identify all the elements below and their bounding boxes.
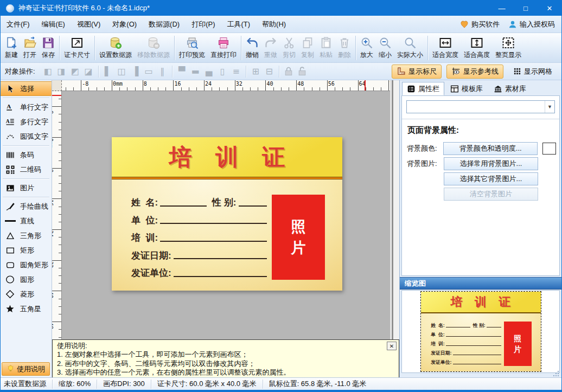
card-photo-label: 照 [291, 220, 306, 234]
other-bg-image-button[interactable]: 选择其它背景图片... [444, 172, 538, 185]
maximize-button[interactable]: □ [514, 1, 538, 16]
show-grid-toggle[interactable]: 显示网格 [508, 65, 557, 79]
tool-panel: 选择A单行文字A多行文字圆弧文字条码二维码图片手绘曲线直线三角形矩形圆角矩形圆形… [1, 80, 52, 378]
help-button[interactable]: 使用说明 [2, 362, 50, 376]
design-canvas[interactable]: 培 训 证姓 名:性 别:单 位:培 训:发证日期:发证单位:照片 [62, 91, 390, 339]
ruler-label: 16 [174, 81, 181, 87]
direct-print-button[interactable]: 直接打印 [208, 34, 239, 62]
redo-icon [264, 35, 277, 50]
tool-single-line-text[interactable]: A单行文字 [1, 100, 52, 114]
ruler-tick [181, 87, 182, 91]
close-button[interactable]: ✕ [538, 1, 561, 16]
ruler-tick [196, 87, 197, 91]
ruler-label: -8 [82, 81, 88, 87]
align-right-icon: ▐ [129, 65, 142, 78]
card-field-label: 发证单位: [431, 359, 451, 365]
menu-item-6[interactable]: 工具(T) [221, 16, 256, 33]
menu-item-7[interactable]: 帮助(H) [256, 16, 292, 33]
menu-item-2[interactable]: 视图(V) [71, 16, 106, 33]
tool-qrcode[interactable]: 二维码 [1, 162, 52, 177]
print-preview-button[interactable]: 打印预览 [176, 34, 208, 62]
certificate-card[interactable]: 培 训 证姓 名:性 别:单 位:培 训:发证日期:发证单位:照片 [112, 137, 342, 291]
space-vertical-icon: ≡ [229, 65, 243, 78]
tool-rectangle[interactable]: 矩形 [1, 243, 52, 258]
card-size-button[interactable]: 证卡尺寸 [61, 34, 93, 62]
ruler-tick [366, 87, 366, 91]
scrollbar-thumb[interactable] [392, 80, 393, 339]
minimize-button[interactable]: — [490, 1, 514, 16]
card-field-label: 发证日期: [431, 350, 451, 356]
save-label: 保存 [42, 50, 55, 60]
ruler-tick [289, 87, 289, 91]
tool-diamond[interactable]: 菱形 [1, 287, 52, 301]
close-usage-button[interactable]: ✕ [387, 342, 397, 350]
bg-color-button[interactable]: 背景颜色和透明度... [443, 142, 538, 155]
zoom-in-button[interactable]: 放大 [357, 34, 376, 62]
align-left-icon: ▌ [101, 65, 115, 78]
tool-select[interactable]: 选择 [1, 81, 52, 96]
menu-item-1[interactable]: 编辑(E) [36, 16, 71, 33]
fit-page-button[interactable]: 整页显示 [493, 34, 524, 62]
canvas-area: -80mm81624324048566472 -80mm81624324048 … [52, 80, 399, 378]
certificate-card[interactable]: 培 训 证姓 名:性 别:单 位:培 训:发证日期:发证单位:照片 [421, 292, 541, 371]
show-ruler-toggle[interactable]: 显示标尺 [392, 65, 442, 79]
menu-item-3[interactable]: 对象(O) [106, 16, 143, 33]
tool-multi-line-text[interactable]: A多行文字 [1, 114, 52, 129]
card-photo-box[interactable]: 照片 [272, 195, 325, 280]
tool-image-label: 图片 [20, 183, 34, 193]
set-datasource-button[interactable]: 设置数据源 [97, 34, 135, 62]
save-button[interactable]: 保存 [39, 34, 58, 62]
vertical-scrollbar[interactable] [390, 80, 399, 339]
tool-line[interactable]: 直线 [1, 214, 52, 228]
redo-button: 重做 [261, 34, 280, 62]
menu-item-4[interactable]: 数据源(D) [143, 16, 186, 33]
undo-button[interactable]: 撤销 [243, 34, 261, 62]
tool-select-label: 选择 [20, 84, 34, 94]
zoom-in-icon [360, 35, 373, 50]
object-selector-combobox[interactable]: ▼ [406, 100, 555, 113]
trash-icon [338, 35, 351, 50]
tab-properties[interactable]: 属性栏 [402, 82, 444, 95]
tool-star[interactable]: 五角星 [1, 301, 52, 316]
database-remove-icon [147, 35, 160, 50]
tab-templates[interactable]: 模板库 [445, 82, 488, 95]
tool-freehand-curve[interactable]: 手绘曲线 [1, 199, 52, 214]
remove-datasource-button: 移除数据源 [135, 34, 173, 62]
zoom-out-button[interactable]: 缩小 [376, 34, 394, 62]
buy-software[interactable]: 购买软件 [460, 20, 500, 29]
chevron-down-icon[interactable]: ▼ [545, 101, 554, 113]
unlock-icon [296, 65, 309, 78]
same-height-icon: ▯ [216, 65, 229, 78]
tool-triangle[interactable]: 三角形 [1, 228, 52, 243]
tool-image[interactable]: 图片 [1, 181, 52, 195]
actual-size-button[interactable]: 实际大小 [394, 34, 426, 62]
resize-grip-icon[interactable] [553, 371, 559, 376]
new-button[interactable]: 新建 [2, 34, 21, 62]
card-field-line [453, 355, 502, 355]
diamond-icon [3, 290, 17, 299]
tool-rounded-rectangle[interactable]: 圆角矩形 [1, 258, 52, 272]
ruler-tick [52, 168, 62, 169]
show-guides-toggle[interactable]: 显示参考线 [446, 65, 503, 79]
common-bg-image-button[interactable]: 选择常用背景图片... [444, 157, 538, 170]
fit-height-button[interactable]: 适合高度 [461, 34, 493, 62]
open-button[interactable]: 打开 [21, 34, 39, 62]
tool-barcode[interactable]: 条码 [1, 147, 52, 162]
cut-icon [283, 35, 296, 50]
zoom-in-label: 放大 [360, 50, 373, 60]
usage-note: 使用说明: 1. 左侧对象栏中选择一个工具，即可添加一个元素到画布区； 2. 画… [52, 339, 399, 378]
enter-license[interactable]: 输入授权码 [508, 20, 555, 29]
tool-circle[interactable]: 圆形 [1, 272, 52, 287]
card-field-line [160, 223, 267, 224]
card-field-label: 培 训: [431, 341, 445, 347]
fit-width-button[interactable]: 适合宽度 [430, 34, 461, 62]
menu-item-5[interactable]: 打印(P) [186, 16, 221, 33]
tool-triangle-label: 三角形 [20, 231, 41, 241]
tool-arc-text[interactable]: 圆弧文字 [1, 129, 52, 144]
menu-item-0[interactable]: 文件(F) [1, 16, 36, 33]
tab-materials[interactable]: 素材库 [489, 82, 531, 95]
show-ruler-label: 显示标尺 [408, 67, 437, 76]
card-field-line [174, 276, 267, 277]
fit-height-icon [470, 35, 483, 50]
card-photo-box[interactable]: 照片 [504, 322, 532, 366]
